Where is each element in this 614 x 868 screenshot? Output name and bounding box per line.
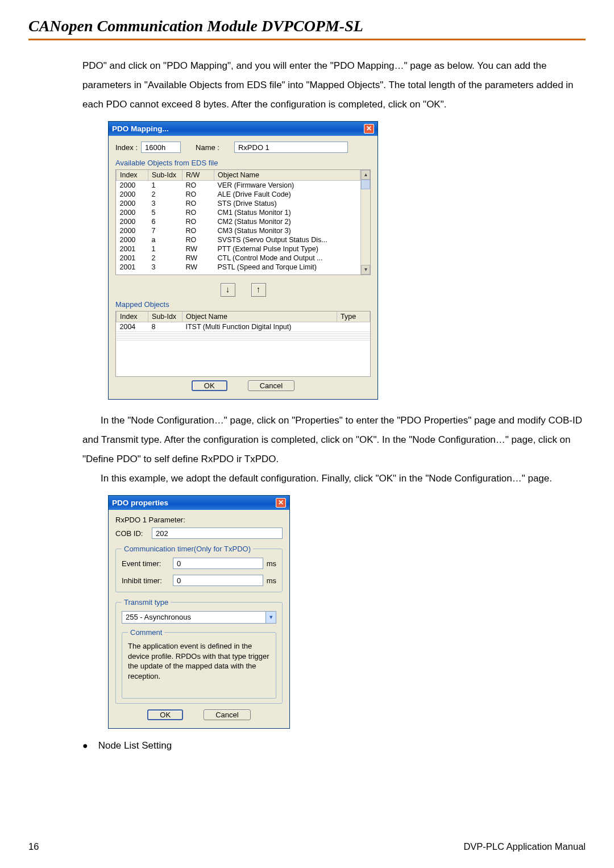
table-row[interactable]: 20011RWPTT (External Pulse Input Type) xyxy=(117,244,360,254)
dialog-title: PDO Mapping... xyxy=(112,124,169,133)
chevron-down-icon[interactable]: ▾ xyxy=(266,611,276,624)
cobid-label: COB ID: xyxy=(115,529,148,538)
dialog-title: PDO properties xyxy=(112,499,168,507)
available-label: Available Objects from EDS file xyxy=(115,159,371,167)
paragraph-2: In the "Node Configuration…" page, click… xyxy=(82,411,583,469)
paragraph-3: In this example, we adopt the default co… xyxy=(82,469,583,488)
name-label: Name : xyxy=(196,143,219,152)
comment-group: Comment The application event is defined… xyxy=(122,628,276,699)
table-row[interactable]: 20013RWPSTL (Speed and Torque Limit) xyxy=(117,263,360,272)
page-title: CANopen Communication Module DVPCOPM-SL xyxy=(28,17,586,40)
name-field[interactable]: RxPDO 1 xyxy=(234,142,348,153)
col-type[interactable]: Type xyxy=(337,312,370,322)
pdo-properties-dialog: PDO properties ✕ RxPDO 1 Parameter: COB … xyxy=(108,495,290,729)
param-label: RxPDO 1 Parameter: xyxy=(115,516,283,524)
inhibit-timer-field[interactable]: 0 xyxy=(173,575,263,586)
table-row[interactable]: 20001ROVER (Firmware Version) xyxy=(117,181,360,190)
pdo-mapping-dialog: PDO Mapping... ✕ Index : 1600h Name : Rx… xyxy=(108,121,378,400)
table-row[interactable]: 20006ROCM2 (Status Monitor 2) xyxy=(117,217,360,226)
col-rw[interactable]: R/W xyxy=(182,170,214,181)
ms-unit: ms xyxy=(267,576,276,585)
table-row[interactable]: 20005ROCM1 (Status Monitor 1) xyxy=(117,208,360,217)
col-objname[interactable]: Object Name xyxy=(214,170,360,181)
ms-unit: ms xyxy=(267,559,276,568)
comm-timer-legend: Communication timer(Only for TxPDO) xyxy=(122,545,253,553)
table-row[interactable]: 20002ROALE (Drive Fault Code) xyxy=(117,190,360,199)
table-row[interactable]: 20012RWCTL (Control Mode and Output ... xyxy=(117,254,360,263)
bullet-item: ● Node List Setting xyxy=(82,740,586,751)
cobid-field[interactable]: 202 xyxy=(152,528,283,539)
scroll-down-icon[interactable]: ▾ xyxy=(361,265,370,275)
add-down-button[interactable]: ↓ xyxy=(221,283,235,297)
table-row[interactable]: 20003ROSTS (Drive Status) xyxy=(117,199,360,208)
event-timer-field[interactable]: 0 xyxy=(173,558,263,569)
close-icon[interactable]: ✕ xyxy=(364,124,374,134)
bullet-icon: ● xyxy=(82,741,88,751)
transmit-type-group: Transmit type 255 - Asynchronous ▾ Comme… xyxy=(115,598,283,704)
paragraph-1: PDO" and click on "PDO Mapping", and you… xyxy=(82,56,583,114)
footer-right: DVP-PLC Application Manual xyxy=(463,841,586,852)
comment-legend: Comment xyxy=(128,628,164,637)
dialog-titlebar[interactable]: PDO properties ✕ xyxy=(109,496,289,510)
transmit-type-value: 255 - Asynchronous xyxy=(122,611,266,624)
available-table[interactable]: Index Sub-Idx R/W Object Name 20001ROVER… xyxy=(115,169,371,275)
scroll-up-icon[interactable]: ▴ xyxy=(361,170,370,180)
table-row[interactable]: 2000aROSVSTS (Servo Output Status Dis... xyxy=(117,235,360,244)
mapped-table[interactable]: Index Sub-Idx Object Name Type 20048ITST… xyxy=(115,311,371,377)
col-subidx[interactable]: Sub-Idx xyxy=(148,170,182,181)
col-index[interactable]: Index xyxy=(117,170,148,181)
remove-up-button[interactable]: ↑ xyxy=(251,283,266,297)
ok-button[interactable]: OK xyxy=(147,709,183,720)
index-field[interactable]: 1600h xyxy=(141,142,181,153)
transmit-type-select[interactable]: 255 - Asynchronous ▾ xyxy=(122,611,276,624)
cancel-button[interactable]: Cancel xyxy=(248,380,294,391)
ok-button[interactable]: OK xyxy=(192,380,227,391)
event-timer-label: Event timer: xyxy=(122,559,169,568)
table-row[interactable]: 20048ITST (Multi Function Digital Input) xyxy=(117,322,370,332)
close-icon[interactable]: ✕ xyxy=(276,498,286,508)
col-objname[interactable]: Object Name xyxy=(182,312,337,322)
inhibit-timer-label: Inhibit timer: xyxy=(122,576,169,585)
index-label: Index : xyxy=(115,143,138,152)
table-row[interactable] xyxy=(117,339,370,340)
cancel-button[interactable]: Cancel xyxy=(204,709,250,720)
bullet-label: Node List Setting xyxy=(98,740,172,751)
comment-text: The application event is defined in the … xyxy=(128,641,270,692)
dialog-titlebar[interactable]: PDO Mapping... ✕ xyxy=(109,122,377,136)
page-number: 16 xyxy=(28,841,39,852)
transmit-type-legend: Transmit type xyxy=(122,598,171,607)
table-row[interactable]: 20007ROCM3 (Status Monitor 3) xyxy=(117,226,360,235)
scrollbar[interactable]: ▴ ▾ xyxy=(360,170,370,275)
comm-timer-group: Communication timer(Only for TxPDO) Even… xyxy=(115,545,283,592)
mapped-label: Mapped Objects xyxy=(115,300,371,309)
col-index[interactable]: Index xyxy=(117,312,148,322)
col-subidx[interactable]: Sub-Idx xyxy=(148,312,182,322)
